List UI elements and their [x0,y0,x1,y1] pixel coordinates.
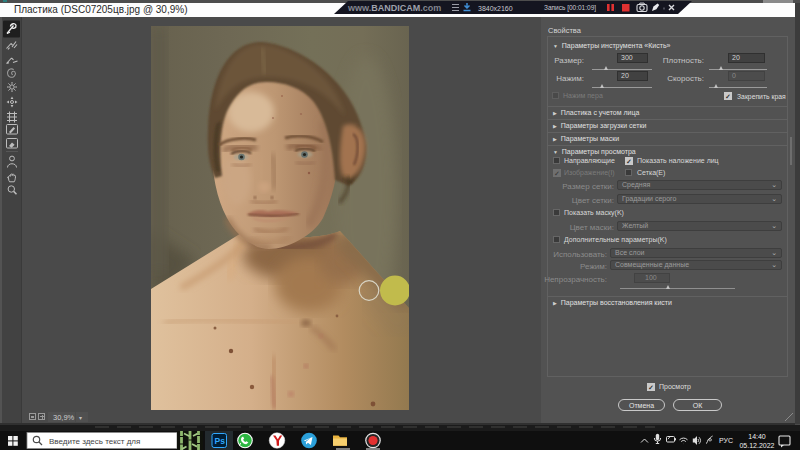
svg-text:Ps: Ps [215,436,226,446]
svg-text:Запись [00:01:09]: Запись [00:01:09] [544,4,596,12]
svg-text:www.BANDICAM.com: www.BANDICAM.com [347,3,441,13]
svg-text:3840x2160: 3840x2160 [478,5,513,12]
svg-text:05.12.2022: 05.12.2022 [739,442,774,449]
svg-text:Введите здесь текст для: Введите здесь текст для [49,437,140,446]
svg-text:РУС: РУС [719,437,733,444]
svg-text:14:40: 14:40 [748,433,766,440]
